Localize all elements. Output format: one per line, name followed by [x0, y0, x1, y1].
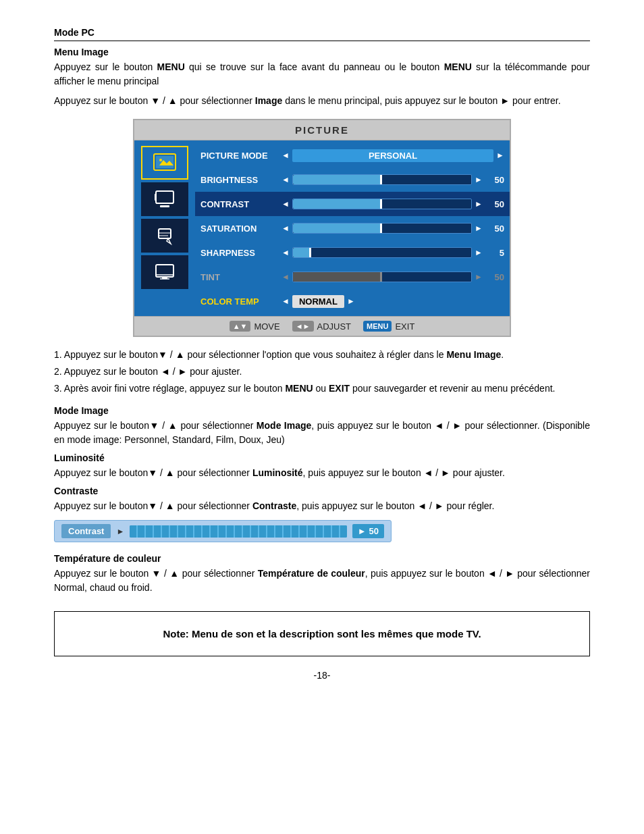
- osd-control-tint: ◄ ► 50: [281, 271, 504, 282]
- osd-arrow-right-colortemp: ►: [347, 296, 355, 306]
- svg-rect-4: [156, 191, 173, 203]
- osd-arrow-left-colortemp: ◄: [281, 296, 290, 306]
- instruction-step2: 2. Appuyez sur le bouton ◄ / ► pour ajus…: [54, 365, 590, 379]
- luminosite-title: Luminosité: [54, 452, 590, 463]
- contrast-bar-label: Contrast: [61, 524, 111, 538]
- osd-arrow-right-sharpness: ►: [475, 248, 483, 257]
- osd-label-picture-mode: PICTURE MODE: [200, 151, 281, 161]
- osd-arrow-left-brightness: ◄: [281, 175, 290, 184]
- osd-footer-move-label: MOVE: [254, 321, 279, 332]
- osd-btn-adjust: ◄►: [292, 321, 314, 332]
- osd-label-brightness: BRIGHTNESS: [200, 175, 281, 185]
- osd-footer-adjust-label: ADJUST: [317, 321, 352, 332]
- osd-slider-brightness: [292, 174, 472, 185]
- osd-footer: ▲▼ MOVE ◄► ADJUST MENU EXIT: [134, 316, 510, 336]
- luminosite-para: Appuyez sur le bouton▼ / ▲ pour sélectio…: [54, 466, 590, 480]
- svg-rect-6: [160, 205, 169, 207]
- osd-body: PICTURE MODE ◄ PERSONAL ► BRIGHTNESS ◄ ►: [134, 140, 510, 316]
- osd-row-picture-mode: PICTURE MODE ◄ PERSONAL ►: [195, 143, 510, 167]
- contraste-section: Contraste Appuyez sur le bouton▼ / ▲ pou…: [54, 486, 590, 513]
- osd-label-tint: TINT: [200, 272, 281, 282]
- instruction-step3: 3. Après avoir fini votre réglage, appuy…: [54, 382, 590, 396]
- osd-row-saturation: SATURATION ◄ ► 50: [195, 216, 510, 240]
- osd-row-tint: TINT ◄ ► 50: [195, 265, 510, 289]
- osd-icon-monitor: [141, 255, 188, 289]
- contrast-bar-value: 50: [369, 526, 379, 536]
- mode-image-section: Mode Image Appuyez sur le bouton▼ / ▲ po…: [54, 405, 590, 447]
- osd-label-saturation: SATURATION: [200, 224, 281, 234]
- contrast-bar-arrow-right2: ►: [358, 526, 367, 536]
- osd-slider-saturation: [292, 223, 472, 234]
- instructions-list: 1. Appuyez sur le bouton▼ / ▲ pour sélec…: [54, 348, 590, 396]
- mode-image-title: Mode Image: [54, 405, 590, 416]
- instruction-step1: 1. Appuyez sur le bouton▼ / ▲ pour sélec…: [54, 348, 590, 362]
- svg-rect-8: [159, 229, 171, 238]
- contrast-bar-widget: Contrast ► ► 50: [54, 520, 392, 542]
- contrast-bar-value-box: ► 50: [352, 524, 384, 538]
- menu-image-para1: Appuyez sur le bouton MENU qui se trouve…: [54, 60, 590, 88]
- osd-slider-contrast: [292, 199, 472, 209]
- osd-slider-sharpness: [292, 247, 472, 258]
- osd-control-contrast: ◄ ► 50: [281, 199, 504, 209]
- osd-icon-tv: [141, 182, 188, 216]
- contrast-bar-arrow-right: ►: [116, 527, 124, 536]
- osd-control-sharpness: ◄ ► 5: [281, 247, 504, 258]
- osd-value-colortemp: NORMAL: [292, 295, 344, 308]
- menu-image-title: Menu Image: [54, 47, 590, 57]
- osd-arrow-right-tint: ►: [475, 272, 483, 282]
- osd-btn-menu: MENU: [363, 321, 392, 332]
- mode-pc-section: Mode PC: [54, 27, 590, 41]
- osd-label-colortemp: COLOR TEMP: [200, 296, 281, 307]
- osd-row-brightness: BRIGHTNESS ◄ ► 50: [195, 167, 510, 192]
- osd-btn-move: ▲▼: [230, 321, 251, 332]
- osd-value-saturation: 50: [485, 224, 504, 234]
- osd-arrow-right-brightness: ►: [475, 175, 483, 184]
- osd-arrow-left-sharpness: ◄: [281, 248, 290, 257]
- temperature-section: Température de couleur Appuyez sur le bo…: [54, 553, 590, 595]
- osd-arrow-left-picture-mode: ◄: [281, 151, 290, 160]
- osd-icon-pencil: [141, 219, 188, 253]
- osd-value-sharpness: 5: [485, 248, 504, 258]
- osd-arrow-left-contrast: ◄: [281, 199, 290, 209]
- contrast-bar-track: [130, 525, 346, 538]
- osd-menu: PICTURE: [133, 119, 511, 337]
- menu-image-para2: Appuyez sur le bouton ▼ / ▲ pour sélecti…: [54, 94, 590, 108]
- osd-arrow-right-saturation: ►: [475, 224, 483, 233]
- page-number: -18-: [54, 670, 590, 681]
- contrast-bar-fill: [130, 525, 346, 538]
- mode-image-para: Appuyez sur le bouton▼ / ▲ pour sélectio…: [54, 419, 590, 447]
- osd-label-contrast: CONTRAST: [200, 199, 281, 209]
- svg-rect-7: [155, 194, 157, 201]
- osd-value-brightness: 50: [485, 175, 504, 185]
- osd-control-picture-mode: ◄ PERSONAL ►: [281, 149, 504, 162]
- osd-value-contrast: 50: [485, 199, 504, 209]
- osd-footer-exit: MENU EXIT: [363, 321, 414, 332]
- osd-footer-exit-label: EXIT: [395, 321, 414, 332]
- mode-pc-label: Mode PC: [54, 27, 590, 38]
- osd-icon-picture: [141, 146, 188, 180]
- osd-control-saturation: ◄ ► 50: [281, 223, 504, 234]
- osd-row-contrast: CONTRAST ◄ ► 50: [195, 192, 510, 216]
- osd-title: PICTURE: [134, 120, 510, 140]
- osd-slider-tint: [292, 271, 472, 282]
- temperature-title: Température de couleur: [54, 553, 590, 564]
- osd-rows-column: PICTURE MODE ◄ PERSONAL ► BRIGHTNESS ◄ ►: [195, 140, 510, 316]
- osd-footer-move: ▲▼ MOVE: [230, 321, 280, 332]
- osd-value-picture-mode: PERSONAL: [292, 149, 493, 162]
- osd-row-sharpness: SHARPNESS ◄ ► 5: [195, 240, 510, 265]
- contraste-para: Appuyez sur le bouton▼ / ▲ pour sélectio…: [54, 499, 590, 513]
- temperature-para: Appuyez sur le bouton ▼ / ▲ pour sélecti…: [54, 567, 590, 595]
- divider: [54, 41, 590, 41]
- contraste-title: Contraste: [54, 486, 590, 496]
- osd-row-colortemp: COLOR TEMP ◄ NORMAL ►: [195, 289, 510, 313]
- osd-control-brightness: ◄ ► 50: [281, 174, 504, 185]
- luminosite-section: Luminosité Appuyez sur le bouton▼ / ▲ po…: [54, 452, 590, 480]
- osd-label-sharpness: SHARPNESS: [200, 248, 281, 258]
- osd-arrow-right-contrast: ►: [475, 199, 483, 209]
- osd-arrow-right-picture-mode: ►: [496, 151, 504, 160]
- note-box: Note: Menu de son et la description sont…: [54, 611, 590, 656]
- osd-footer-adjust: ◄► ADJUST: [292, 321, 351, 332]
- svg-point-3: [159, 159, 162, 161]
- osd-arrow-left-tint: ◄: [281, 272, 290, 282]
- osd-control-colortemp: ◄ NORMAL ►: [281, 295, 504, 308]
